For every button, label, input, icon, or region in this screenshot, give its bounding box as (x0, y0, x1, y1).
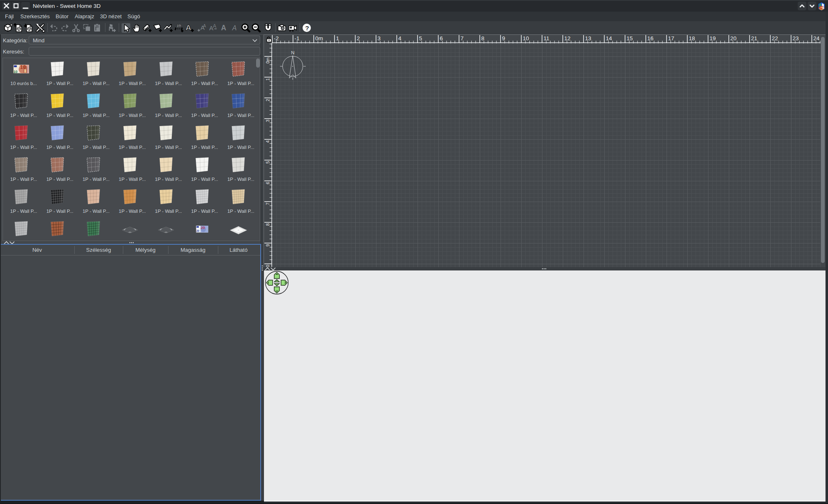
svg-text:12: 12 (564, 35, 571, 41)
svg-text:6: 6 (440, 35, 443, 41)
svg-text:15: 15 (627, 35, 633, 41)
svg-text:3: 3 (265, 119, 270, 122)
svg-text:7: 7 (265, 202, 270, 205)
svg-text:10: 10 (523, 35, 529, 41)
svg-text:20: 20 (730, 35, 737, 41)
svg-text:A: A (213, 23, 216, 29)
svg-text:-2: -2 (274, 35, 279, 41)
svg-text:9: 9 (265, 244, 270, 246)
svg-text:18: 18 (689, 35, 695, 41)
svg-text:16: 16 (647, 35, 654, 41)
svg-text:7: 7 (461, 35, 464, 41)
svg-text:5: 5 (265, 161, 270, 163)
svg-text:2: 2 (265, 99, 270, 101)
svg-text:-1: -1 (295, 35, 300, 41)
svg-text:22: 22 (772, 35, 778, 41)
svg-text:9: 9 (502, 35, 506, 41)
svg-text:A: A (221, 24, 226, 32)
svg-text:0m: 0m (315, 35, 323, 41)
svg-text:23: 23 (793, 35, 799, 41)
svg-text:14: 14 (606, 35, 613, 41)
svg-text:2: 2 (357, 35, 360, 41)
svg-text:11: 11 (544, 35, 550, 41)
svg-text:10: 10 (20, 64, 26, 70)
svg-text:19: 19 (710, 35, 716, 41)
svg-text:6: 6 (265, 182, 270, 184)
svg-text:10: 10 (177, 23, 181, 28)
svg-text:?: ? (305, 24, 309, 32)
svg-text:24: 24 (813, 35, 820, 41)
svg-text:20: 20 (201, 225, 205, 230)
svg-text:13: 13 (585, 35, 591, 41)
svg-text:0m: 0m (265, 57, 270, 63)
svg-text:20: 20 (196, 229, 200, 232)
svg-text:A: A (186, 23, 191, 32)
svg-text:10: 10 (14, 70, 18, 74)
svg-text:1: 1 (336, 35, 340, 41)
svg-text:4: 4 (398, 35, 402, 41)
svg-text:4: 4 (265, 140, 270, 143)
svg-text:3: 3 (378, 35, 381, 41)
svg-text:A: A (203, 24, 206, 28)
svg-text:17: 17 (668, 35, 674, 41)
svg-text:1: 1 (265, 78, 270, 80)
svg-text:N: N (291, 50, 294, 55)
svg-text:8: 8 (265, 223, 270, 226)
svg-text:5: 5 (419, 35, 423, 41)
svg-text:21: 21 (751, 35, 757, 41)
svg-text:8: 8 (481, 35, 485, 41)
svg-text:A: A (232, 24, 237, 32)
